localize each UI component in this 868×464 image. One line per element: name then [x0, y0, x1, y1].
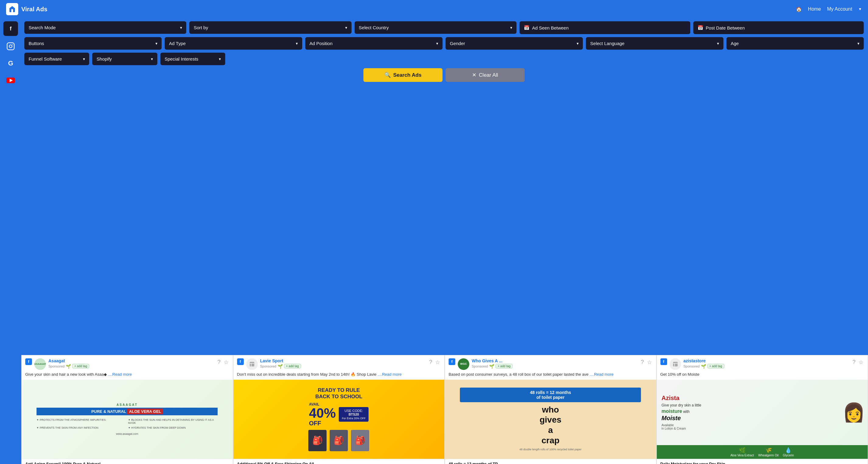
gender-select[interactable]: Gender	[445, 37, 583, 50]
calendar-icon-1: 📅	[524, 25, 530, 30]
ad-name-asaagat: Asaagat	[49, 358, 214, 363]
ad-info-lavie: Lavie Sport Sponsored 🌱 + add tag	[260, 358, 426, 369]
home-link[interactable]: Home	[808, 6, 821, 12]
select-language-select[interactable]: Select Language	[586, 37, 723, 50]
shopify-wrapper: Shopify	[92, 53, 157, 65]
ad-actions-wgac: ? ☆	[640, 358, 652, 366]
search-ads-label: Search Ads	[393, 72, 422, 78]
star-button-asaagat[interactable]: ☆	[223, 358, 229, 366]
ad-title-wgac: 48 rolls = 12 months of TP	[448, 462, 653, 464]
ad-sponsored-asaagat: Sponsored 🌱 + add tag	[49, 364, 214, 369]
ad-header-asaagat: f ASAAGAT Asaagat Sponsored 🌱 + add tag …	[22, 355, 233, 372]
ad-title-azista: Daily Moisturizer for your Dry Skin	[660, 462, 864, 464]
add-tag-lavie[interactable]: + add tag	[284, 364, 301, 368]
main-layout: f G	[0, 18, 868, 464]
search-ads-button[interactable]: 🔍 Search Ads	[363, 68, 442, 82]
ad-info-asaagat: Asaagat Sponsored 🌱 + add tag	[49, 358, 214, 369]
account-chevron: ▼	[858, 7, 862, 11]
read-more-wgac[interactable]: ....Read more	[590, 372, 614, 377]
select-country-select[interactable]: Select Country	[354, 21, 517, 34]
sidebar-item-google[interactable]: G	[4, 57, 17, 70]
avatar-azista	[670, 358, 681, 370]
select-language-wrapper: Select Language	[586, 37, 723, 50]
sidebar: f G	[0, 18, 21, 464]
read-more-lavie[interactable]: ....Read more	[378, 372, 402, 377]
top-navigation: Viral Ads 🏠 Home My Account ▼	[0, 0, 868, 18]
ad-type-wrapper: Ad Type	[165, 37, 302, 50]
ad-sponsored-azista: Sponsored 🌱 + add tag	[684, 364, 849, 369]
age-wrapper: Age	[726, 37, 864, 50]
star-button-azista[interactable]: ☆	[858, 358, 864, 366]
ad-text-lavie: Don't miss out on incredible deals start…	[234, 372, 445, 380]
my-account-link[interactable]: My Account	[827, 6, 852, 12]
logo-icon	[6, 3, 18, 15]
add-tag-asaagat[interactable]: + add tag	[72, 364, 89, 368]
action-buttons-row: 🔍 Search Ads ✕ Clear All	[24, 68, 864, 82]
star-button-lavie[interactable]: ☆	[435, 358, 441, 366]
filter-row-2: Buttons Ad Type Ad Position Gender	[24, 37, 864, 50]
svg-point-1	[9, 45, 12, 48]
help-button-azista[interactable]: ?	[852, 358, 856, 366]
shopify-select[interactable]: Shopify	[92, 53, 157, 65]
search-mode-select[interactable]: Search Mode	[24, 21, 186, 34]
filter-panel: Search Mode Sort by Select Country 📅 Ad …	[21, 18, 868, 355]
help-button-wgac[interactable]: ?	[640, 358, 644, 366]
ad-image-asaagat: ASAAGAT PURE & NATURAL ALOE VERA GEL ✦ P…	[22, 380, 233, 459]
star-button-wgac[interactable]: ☆	[646, 358, 653, 366]
ad-footer-lavie: Additional 5% Off & Free Shipping On All…	[234, 459, 445, 464]
times-icon: ✕	[472, 72, 476, 78]
special-interests-select[interactable]: Special Interests	[160, 53, 225, 65]
select-country-wrapper: Select Country	[354, 21, 517, 34]
avatar-asaagat: ASAAGAT	[34, 358, 46, 370]
sidebar-item-youtube[interactable]	[4, 74, 17, 87]
ad-title-lavie: Additional 5% Off & Free Shipping On All…	[237, 462, 441, 464]
post-date-between-label: Post Date Between	[706, 25, 745, 30]
search-icon: 🔍	[384, 72, 391, 78]
svg-rect-0	[7, 42, 14, 50]
help-button-lavie[interactable]: ?	[429, 358, 433, 366]
ads-grid: f ASAAGAT Asaagat Sponsored 🌱 + add tag …	[21, 355, 868, 464]
ad-info-azista: azistastore Sponsored 🌱 + add tag	[684, 358, 849, 369]
add-tag-wgac[interactable]: + add tag	[495, 364, 513, 368]
svg-rect-6	[673, 362, 678, 366]
facebook-badge-wgac: f	[448, 358, 455, 365]
ad-header-wgac: f WGC Who Gives A ... Sponsored 🌱 + add …	[445, 355, 656, 372]
home-icon: 🏠	[796, 6, 802, 12]
ad-info-wgac: Who Gives A ... Sponsored 🌱 + add tag	[472, 358, 638, 369]
help-button-asaagat[interactable]: ?	[217, 358, 221, 366]
read-more-asaagat[interactable]: ....Read more	[108, 372, 132, 377]
sort-by-select[interactable]: Sort by	[189, 21, 351, 34]
ad-text-azista: Get 10% off on Moiste	[657, 372, 868, 380]
filter-row-3: Funnel Software Shopify Special Interest…	[24, 53, 225, 65]
buttons-select[interactable]: Buttons	[24, 37, 162, 50]
avatar-wgac: WGC	[458, 358, 469, 370]
logo-area: Viral Ads	[6, 3, 48, 15]
funnel-software-select[interactable]: Funnel Software	[24, 53, 89, 65]
ad-seen-between-label: Ad Seen Between	[532, 25, 568, 30]
add-tag-azista[interactable]: + add tag	[707, 364, 724, 368]
ad-sponsored-lavie: Sponsored 🌱 + add tag	[260, 364, 426, 369]
sort-by-wrapper: Sort by	[189, 21, 351, 34]
svg-point-2	[12, 44, 13, 44]
clear-all-button[interactable]: ✕ Clear All	[445, 68, 525, 82]
ad-name-wgac: Who Gives A ...	[472, 358, 638, 363]
ad-text-asaagat: Give your skin and hair a new look with …	[22, 372, 233, 380]
special-interests-wrapper: Special Interests	[160, 53, 225, 65]
clear-all-label: Clear All	[479, 72, 498, 78]
buttons-wrapper: Buttons	[24, 37, 162, 50]
post-date-between-button[interactable]: 📅 Post Date Between	[693, 21, 864, 34]
ad-text-wgac: Based on post consumer surveys, a 48 rol…	[445, 372, 656, 380]
ad-position-select[interactable]: Ad Position	[305, 37, 442, 50]
ad-footer-asaagat: Anti Aging Serum||,100% Pure & Natural .…	[22, 459, 233, 464]
ad-card-wgac: f WGC Who Gives A ... Sponsored 🌱 + add …	[445, 355, 656, 464]
ad-card-azista: f azistastore Sponsored 🌱 + add tag ?	[656, 355, 868, 464]
sidebar-item-instagram[interactable]	[4, 39, 17, 53]
ad-actions-asaagat: ? ☆	[217, 358, 229, 366]
sidebar-item-facebook[interactable]: f	[3, 21, 18, 36]
gender-wrapper: Gender	[445, 37, 583, 50]
age-select[interactable]: Age	[726, 37, 864, 50]
ad-position-wrapper: Ad Position	[305, 37, 442, 50]
ad-type-select[interactable]: Ad Type	[165, 37, 302, 50]
facebook-badge-lavie: f	[237, 358, 244, 365]
ad-seen-between-button[interactable]: 📅 Ad Seen Between	[520, 21, 690, 34]
